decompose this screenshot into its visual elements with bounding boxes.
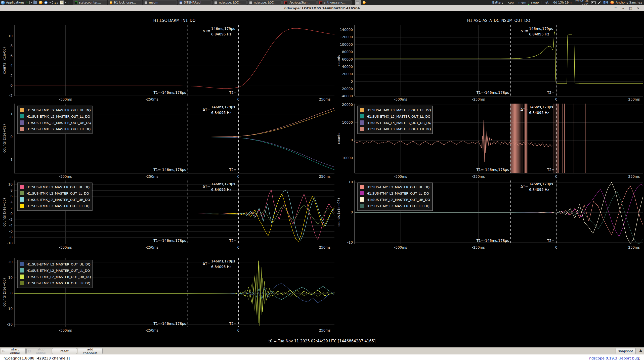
legend-entry-label: H1:SUS-ITMY_L2_MASTER_OUT_LL_DQ (367, 192, 429, 195)
firefox-window-tile[interactable] (361, 0, 367, 5)
window-gray-icon (214, 1, 217, 4)
taskbar-window-button[interactable]: statecounter.... (73, 0, 107, 5)
ndscope-link[interactable]: ndscope (589, 356, 605, 360)
delta-t-frequency: 6.84095 Hz (211, 32, 231, 36)
y-tick-label: 0 (10, 212, 13, 216)
delta-t-prefix: ΔT= (521, 29, 528, 33)
chevron-down-icon[interactable]: ▾ (31, 1, 32, 4)
keyboard-layout-label[interactable]: EN (602, 1, 609, 4)
tray-swap-label[interactable]: swap (529, 1, 541, 4)
nds-server-status: h1daqnds1:8088 [429233 channels] (4, 356, 70, 360)
plot-etmx-l3[interactable]: 20000100000-10000-500ms-250ms0250mscount… (336, 95, 644, 181)
y-axis-label: counts (337, 55, 341, 66)
plot-asc[interactable]: 140000120000100000800006000040000200000-… (336, 16, 644, 104)
plot-title: H1:ASC-AS_A_DC_NSUM_OUT_DQ (467, 18, 530, 23)
taskbar-window-button[interactable]: H1 lock losse... (108, 0, 142, 5)
y-tick-label: -20000 (341, 87, 353, 91)
control-bar: ▷ start online □ stop online reset add c… (0, 347, 644, 354)
y-tick-label: 8 (10, 44, 13, 48)
clock[interactable]: 2025-11-10 21:04 (574, 0, 590, 5)
active-window-tile[interactable] (355, 0, 361, 5)
firefox-nightly-icon[interactable] (610, 1, 614, 4)
browser-launcher-icon[interactable] (44, 1, 48, 4)
window-titlebar[interactable]: ndscope: LOCKLOSS 1446864287.416504 ^ – … (0, 5, 644, 11)
delta-t-prefix: ΔT= (203, 107, 210, 111)
legend-entry-label: H1:SUS-ITMY_L2_MASTER_OUT_LR_DQ (367, 204, 430, 208)
plot-etmy-l2[interactable]: 20100-10-20-500ms-250ms0250mscounts (x1e… (0, 249, 336, 335)
plot-itmx-l2[interactable]: 1086420-2-4-6-8-10-500ms-250ms0250mscoun… (0, 172, 336, 252)
y-tick-label: -6 (9, 229, 13, 233)
plot-etmx-l2[interactable]: 10-1-500ms-250ms0250mscounts (x1e+09)T1=… (0, 95, 336, 181)
y-tick-label: 40000 (342, 65, 353, 69)
start-online-button[interactable]: ▷ start online (1, 348, 26, 354)
delta-t-prefix: ΔT= (203, 261, 210, 265)
date-label: 2025-11-10 (575, 0, 588, 3)
terminal-launcher-icon[interactable]: >_ (26, 1, 30, 4)
snapshot-button[interactable]: snapshot (616, 348, 636, 354)
firefox-launcher-icon[interactable] (39, 1, 43, 4)
window-blue-icon (180, 1, 182, 4)
chevron-down-icon[interactable]: ▾ (65, 1, 66, 4)
taskbar-window-button[interactable]: ndscope: LOC... (212, 0, 247, 5)
user-name-label[interactable]: Anthony Sanchez (615, 1, 643, 4)
y-tick-label: 0 (351, 210, 353, 214)
taskbar-window-button[interactable]: anthony.sanc... (317, 0, 352, 5)
y-tick-label: 100000 (340, 42, 353, 47)
tray-net-label[interactable]: net (541, 1, 551, 4)
close-window-button[interactable]: × (635, 6, 641, 10)
y-tick-label: 8 (10, 188, 13, 192)
files-launcher-icon[interactable] (33, 1, 37, 4)
tray-mem-label[interactable]: mem (516, 1, 529, 4)
y-tick-label: -4 (9, 223, 13, 228)
tray-cpu-label[interactable]: cpu (506, 1, 516, 4)
trace (14, 137, 334, 170)
stop-online-button[interactable]: □ stop online (26, 348, 51, 354)
y-tick-label: 2 (10, 206, 13, 210)
window-title: ndscope: LOCKLOSS 1446864287.416504 (284, 6, 360, 10)
y-tick-label: 0 (10, 135, 13, 139)
plot-darm[interactable]: 1086420-2-500ms-250ms0250mscounts (x1e-0… (0, 16, 336, 104)
y-axis-label: counts (x1e+06) (2, 278, 6, 306)
legend-entry-label: H1:SUS-ITMX_L2_MASTER_OUT_UR_DQ (26, 198, 90, 202)
x-tick-label: 250ms (628, 245, 640, 249)
delta-t-value: 146ms,179µs (211, 105, 235, 109)
reset-button[interactable]: reset (52, 348, 77, 354)
y-tick-label: 10 (8, 276, 13, 280)
tray-battery-label[interactable]: Battery (490, 1, 506, 4)
t1-cursor-label: T1=-146ms,178µs (476, 239, 509, 243)
plot-title: H1:LSC-DARM_IN1_DQ (153, 18, 195, 23)
trace (14, 28, 334, 89)
taskbar-window-button[interactable]: SITEMAP.adl (178, 0, 212, 5)
users-icon[interactable] (55, 1, 59, 4)
trace (355, 32, 643, 83)
taskbar-window-button[interactable]: medm (143, 0, 177, 5)
share-icon[interactable] (49, 1, 53, 4)
maximize-window-button[interactable]: □ (627, 6, 634, 10)
add-channels-button[interactable]: add channels (78, 348, 103, 354)
y-tick-label: -1 (9, 158, 13, 162)
plot-itmy-l2[interactable]: 100-10-500ms-250ms0250mscounts (x1e+06)T… (336, 172, 644, 252)
y-axis-label: counts (x1e+06) (337, 198, 341, 227)
applications-menu[interactable]: Applications (1, 1, 24, 5)
delta-t-prefix: ΔT= (203, 29, 210, 33)
taskbar-window-button[interactable]: ./scripts/Sigh... (282, 0, 317, 5)
y-tick-label: 20000 (342, 72, 353, 76)
legend-entry-label: H1:SUS-ETMY_L2_MASTER_OUT_LR_DQ (26, 281, 90, 285)
taskbar-window-button[interactable]: ndscope: LOC... (247, 0, 282, 5)
delta-t-frequency: 6.84095 Hz (211, 188, 231, 192)
delta-t-value: 146ms,179µs (529, 27, 553, 31)
pen-icon[interactable] (598, 1, 601, 4)
version-link[interactable]: 0.19.3 (606, 356, 617, 360)
shade-window-button[interactable]: ^ (612, 6, 619, 10)
notes-icon[interactable] (60, 1, 64, 4)
system-tray: Batterycpumemswapnet 6d 13h 19m 2025-11-… (490, 0, 643, 5)
terminal-red-icon (319, 1, 322, 4)
minimize-window-button[interactable]: – (620, 6, 626, 10)
y-axis-label: counts (x1e+09) (2, 124, 6, 153)
battery-icon[interactable] (591, 1, 596, 4)
uptime-label[interactable]: 6d 13h 19m (551, 1, 574, 4)
report-bug-link[interactable]: report bug (620, 356, 639, 360)
plot-grid: t0 = Tue Nov 11 2025 02:44:29 UTC [14468… (0, 11, 644, 347)
resize-grip-icon[interactable]: ▲ (639, 348, 642, 352)
t1-cursor-label: T1=-146ms,178µs (153, 322, 186, 326)
